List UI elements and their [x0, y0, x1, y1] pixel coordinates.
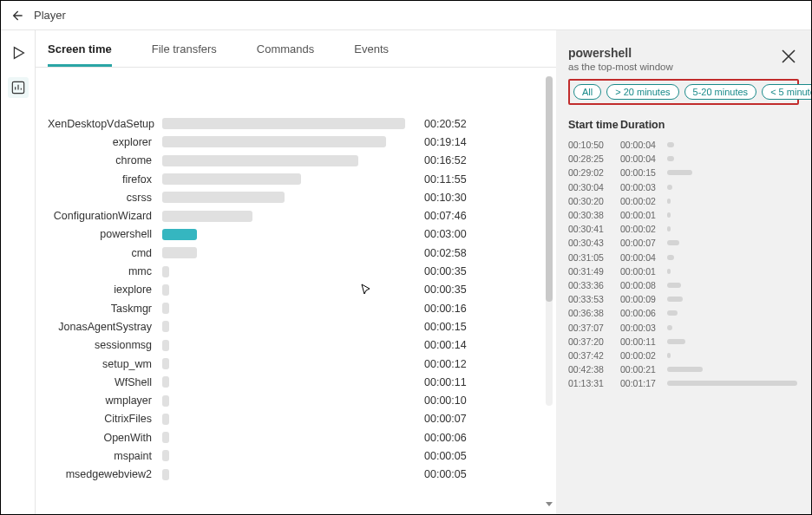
- filter-pill[interactable]: > 20 minutes: [606, 84, 678, 100]
- session-start: 00:10:50: [568, 140, 620, 150]
- session-start: 00:37:20: [568, 336, 620, 347]
- tab-file-transfers[interactable]: File transfers: [152, 42, 217, 67]
- duration-label: 00:00:35: [414, 284, 467, 296]
- session-row[interactable]: 00:36:3800:00:06: [568, 306, 799, 320]
- session-row[interactable]: 00:31:0500:00:04: [568, 251, 799, 264]
- session-start: 00:37:07: [568, 323, 620, 333]
- tab-events[interactable]: Events: [354, 42, 389, 67]
- app-row[interactable]: mspaint00:00:05: [48, 447, 544, 465]
- session-row[interactable]: 01:13:3100:01:17: [568, 376, 799, 390]
- duration-bar: [162, 340, 169, 351]
- app-row[interactable]: cmd00:02:58: [48, 244, 544, 262]
- app-row[interactable]: csrss00:10:30: [48, 188, 544, 206]
- session-duration: 00:00:04: [620, 252, 667, 263]
- app-row[interactable]: WfShell00:00:11: [48, 373, 544, 391]
- session-bar: [667, 185, 672, 190]
- app-name-label: iexplore: [48, 284, 162, 296]
- app-row[interactable]: iexplore00:00:35: [48, 281, 544, 299]
- app-row[interactable]: firefox00:11:55: [48, 170, 544, 188]
- session-row[interactable]: 00:30:3800:00:01: [568, 208, 799, 222]
- app-name-label: OpenWith: [48, 432, 162, 444]
- duration-label: 00:07:46: [414, 210, 467, 222]
- session-start: 00:36:38: [568, 308, 620, 318]
- duration-bar: [162, 155, 358, 166]
- session-row[interactable]: 00:28:2500:00:04: [568, 152, 799, 166]
- scroll-thumb[interactable]: [546, 76, 553, 302]
- session-row[interactable]: 00:31:4900:00:01: [568, 264, 799, 278]
- session-duration: 00:00:06: [620, 308, 667, 318]
- session-start: 00:31:05: [568, 252, 620, 263]
- app-name-label: CitrixFiles: [48, 413, 162, 425]
- session-row[interactable]: 00:37:0700:00:03: [568, 320, 799, 334]
- session-row[interactable]: 00:33:3600:00:08: [568, 278, 799, 292]
- app-row[interactable]: CitrixFiles00:00:07: [48, 410, 544, 428]
- app-row[interactable]: msedgewebview200:00:05: [48, 466, 544, 484]
- app-row[interactable]: Taskmgr00:00:16: [48, 299, 544, 317]
- filter-pill[interactable]: 5-20 minutes: [684, 84, 757, 100]
- app-row[interactable]: sessionmsg00:00:14: [48, 336, 544, 355]
- duration-label: 00:00:05: [414, 450, 467, 462]
- session-start: 00:42:38: [568, 364, 620, 375]
- app-row[interactable]: mmc00:00:35: [48, 262, 544, 280]
- session-duration: 00:00:11: [620, 336, 667, 347]
- duration-bar: [162, 211, 252, 222]
- session-row[interactable]: 00:30:2000:00:02: [568, 194, 799, 208]
- analytics-icon[interactable]: [8, 77, 29, 98]
- app-row[interactable]: ConfigurationWizard00:07:46: [48, 206, 544, 225]
- duration-bar: [162, 321, 169, 332]
- session-bar: [667, 367, 703, 372]
- app-row[interactable]: explorer00:19:14: [48, 133, 544, 151]
- app-row[interactable]: chrome00:16:52: [48, 152, 544, 170]
- session-duration: 00:01:17: [620, 378, 667, 388]
- duration-bar: [162, 136, 386, 147]
- session-duration: 00:00:07: [620, 238, 667, 248]
- session-bar: [667, 142, 674, 147]
- duration-bar: [162, 173, 301, 185]
- duration-bar: [162, 414, 169, 425]
- session-row[interactable]: 00:37:4200:00:02: [568, 349, 799, 362]
- duration-label: 00:11:55: [414, 173, 467, 186]
- play-icon[interactable]: [8, 42, 29, 63]
- duration-label: 00:00:05: [414, 468, 467, 480]
- app-row[interactable]: XenDesktopVdaSetup00:20:52: [48, 114, 544, 133]
- back-button[interactable]: [8, 7, 25, 24]
- scrollbar[interactable]: [546, 76, 553, 406]
- session-row[interactable]: 00:33:5300:00:09: [568, 292, 799, 306]
- close-icon[interactable]: [778, 46, 799, 67]
- svg-marker-0: [14, 48, 23, 59]
- session-start: 00:29:02: [568, 167, 620, 178]
- session-bar: [667, 212, 671, 218]
- session-row[interactable]: 00:30:0400:00:03: [568, 180, 799, 194]
- app-name-label: JonasAgentSystray: [48, 321, 162, 333]
- session-start: 00:30:04: [568, 182, 620, 192]
- app-row[interactable]: powershell00:03:00: [48, 225, 544, 244]
- duration-bar: [162, 432, 169, 443]
- duration-label: 00:00:14: [414, 339, 467, 351]
- screen-time-chart: XenDesktopVdaSetup00:20:52explorer00:19:…: [36, 68, 556, 514]
- session-row[interactable]: 00:42:3800:00:21: [568, 362, 799, 376]
- duration-bar: [162, 358, 169, 369]
- app-row[interactable]: JonasAgentSystray00:00:15: [48, 317, 544, 336]
- app-name-label: mspaint: [48, 450, 162, 462]
- session-row[interactable]: 00:30:4300:00:07: [568, 236, 799, 250]
- tab-commands[interactable]: Commands: [257, 42, 314, 67]
- tab-screen-time[interactable]: Screen time: [48, 42, 112, 67]
- app-row[interactable]: wmplayer00:00:10: [48, 391, 544, 409]
- detail-column-headers: Start time Duration: [568, 119, 799, 131]
- session-row[interactable]: 00:29:0200:00:15: [568, 166, 799, 179]
- scroll-down-arrow[interactable]: [544, 497, 554, 507]
- session-bar: [667, 297, 683, 302]
- session-row[interactable]: 00:37:2000:00:11: [568, 335, 799, 349]
- session-bar: [667, 199, 671, 204]
- filter-pill[interactable]: All: [573, 84, 601, 100]
- app-row[interactable]: OpenWith00:00:06: [48, 428, 544, 447]
- app-row[interactable]: setup_wm00:00:12: [48, 355, 544, 373]
- app-name-label: firefox: [48, 173, 162, 186]
- app-name-label: WfShell: [48, 376, 162, 388]
- col-start-time: Start time: [568, 119, 620, 131]
- duration-label: 00:00:10: [414, 394, 467, 407]
- filter-pill[interactable]: < 5 minutes: [762, 84, 812, 100]
- page-title: Player: [34, 9, 66, 22]
- session-row[interactable]: 00:30:4100:00:02: [568, 222, 799, 236]
- session-row[interactable]: 00:10:5000:00:04: [568, 138, 799, 152]
